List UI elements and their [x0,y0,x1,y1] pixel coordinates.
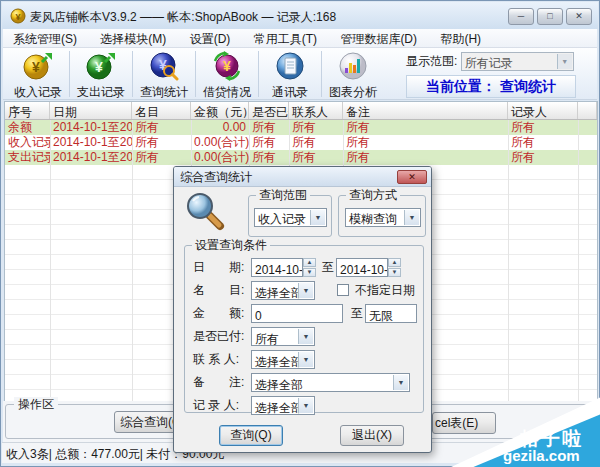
date-to-spinner[interactable]: ▲ ▼ [388,258,401,277]
cell: 所有 [249,150,289,165]
cell: 2014-10-1至2014-... [50,150,132,165]
recorder-value: 选择全部 [255,401,303,415]
menu-tools[interactable]: 常用工具(T) [244,29,327,48]
cell: 所有 [343,135,508,150]
cell: 0.00 [191,120,249,135]
current-location-banner: 当前位置： 查询统计 [406,75,576,98]
menu-system[interactable]: 系统管理(S) [3,29,87,48]
column-header[interactable]: 联系人 [289,102,343,119]
magnifier-icon [184,191,226,236]
name-row: 名 目: 选择全部 ▼ 不指定日期 [185,281,423,300]
column-header[interactable]: 序号 [5,102,50,119]
dialog-close-button[interactable]: ✕ [397,170,427,184]
column-header[interactable]: 名目 [132,102,191,119]
contact-dropdown[interactable]: 选择全部 ▼ [251,350,315,369]
minimize-button[interactable]: ─ [508,8,534,25]
amount-label: 金 额: [193,304,251,323]
column-header[interactable]: 是否已付 [249,102,289,119]
table-column-divider [50,120,51,403]
display-range-dropdown[interactable]: 所有记录 ▼ [461,52,574,71]
note-row: 备 注: 选择全部 ▼ [185,373,423,392]
cell: 所有 [289,150,343,165]
cell: 所有 [289,135,343,150]
paid-value: 所有 [255,332,279,346]
watermark-url: gezila.com [503,447,580,464]
toolbar-button-label: 支出记录 [77,84,125,101]
toolbar-button-label: 通讯录 [272,84,308,101]
paid-label: 是否已付: [193,327,251,346]
spin-up-icon[interactable]: ▲ [388,258,401,267]
paid-row: 是否已付: 所有 ▼ [185,327,423,346]
note-dropdown[interactable]: 选择全部 ▼ [251,373,410,392]
display-range-row: 显示范围: 所有记录 ▼ [406,52,574,71]
chevron-down-icon: ▼ [298,352,313,367]
income-record-button[interactable]: ¥ 收入记录 [9,49,67,101]
no-date-checkbox[interactable] [337,284,349,296]
spin-up-icon[interactable]: ▲ [303,258,316,267]
chart-analysis-icon [338,51,368,84]
column-header-filler [578,102,597,119]
name-dropdown[interactable]: 选择全部 ▼ [251,281,315,300]
amount-to-connector: 至 [351,304,363,323]
date-to-connector: 至 [322,258,334,277]
export-excel-button[interactable]: cel表(E) [432,412,496,434]
svg-text:¥: ¥ [15,12,20,22]
table-header-row: 序号 日期 名目 金额（元） 是否已付 联系人 备注 记录人 [5,102,597,120]
toolbar-divider [321,51,322,97]
cell: 收入记录 [5,135,50,150]
chevron-down-icon: ▼ [557,54,572,69]
mode-value: 模糊查询 [349,212,397,226]
svg-text:¥: ¥ [32,59,40,75]
scope-dropdown[interactable]: 收入记录 ▼ [254,208,327,227]
menu-settings[interactable]: 设置(D) [180,29,241,48]
date-label: 日 期: [193,258,251,277]
dialog-title-bar[interactable]: 综合查询统计 ✕ [174,167,431,187]
window-title: 麦风店铺帐本V3.9.2 —— 帐本:ShopABook — 记录人:168 [30,9,336,26]
loan-status-icon: ¥ [212,51,242,84]
expense-record-button[interactable]: ¥ 支出记录 [72,49,130,101]
menu-bar: 系统管理(S) 选择模块(M) 设置(D) 常用工具(T) 管理数据库(D) 帮… [3,29,597,48]
table-column-divider [132,120,133,403]
note-label: 备 注: [193,373,251,392]
toolbar-divider [195,51,196,97]
display-range-value: 所有记录 [465,56,513,70]
cell: 所有 [249,120,289,135]
menu-database[interactable]: 管理数据库(D) [330,29,427,48]
cell: 所有 [249,135,289,150]
loan-status-button[interactable]: ¥ 借贷情况 [198,49,256,101]
recorder-dropdown[interactable]: 选择全部 ▼ [251,396,315,415]
spin-down-icon[interactable]: ▼ [303,268,316,277]
menu-modules[interactable]: 选择模块(M) [90,29,176,48]
expense-coin-icon: ¥ [86,51,116,84]
column-header[interactable]: 日期 [50,102,132,119]
amount-to-input[interactable]: 无限 [365,304,417,323]
amount-from-input[interactable]: 0 [251,304,343,323]
paid-dropdown[interactable]: 所有 ▼ [251,327,315,346]
contacts-button[interactable]: 通讯录 [261,49,319,101]
date-to-input[interactable]: 2014-10-23 [336,258,388,277]
query-stats-button[interactable]: ¥ 查询统计 [135,49,193,101]
column-header[interactable]: 备注 [343,102,508,119]
contact-value: 选择全部 [255,355,303,369]
operation-group-label: 操作区 [14,397,58,411]
cell: 所有 [289,120,343,135]
maximize-button[interactable]: □ [537,8,563,25]
exit-button[interactable]: 退出(X) [340,425,404,446]
spin-down-icon[interactable]: ▼ [388,268,401,277]
display-range-label: 显示范围: [406,53,457,70]
date-from-spinner[interactable]: ▲ ▼ [303,258,316,277]
query-button[interactable]: 查询(Q) [219,425,283,446]
close-button[interactable]: ✕ [566,8,592,25]
toolbar-buttons: ¥ 收入记录 ¥ 支出记录 [9,49,382,101]
column-header[interactable]: 金额（元） [191,102,249,119]
date-from-input[interactable]: 2014-10-01 [251,258,303,277]
recorder-label: 记 录 人: [193,396,251,415]
mode-dropdown[interactable]: 模糊查询 ▼ [345,208,421,227]
menu-help[interactable]: 帮助(H) [430,29,491,48]
column-header[interactable]: 记录人 [508,102,578,119]
contact-row: 联 系 人: 选择全部 ▼ [185,350,423,369]
chart-analysis-button[interactable]: 图表分析 [324,49,382,101]
chevron-down-icon: ▼ [310,210,325,225]
mode-group-label: 查询方式 [346,188,400,202]
scope-groupbox: 查询范围 收入记录 ▼ [248,195,332,237]
